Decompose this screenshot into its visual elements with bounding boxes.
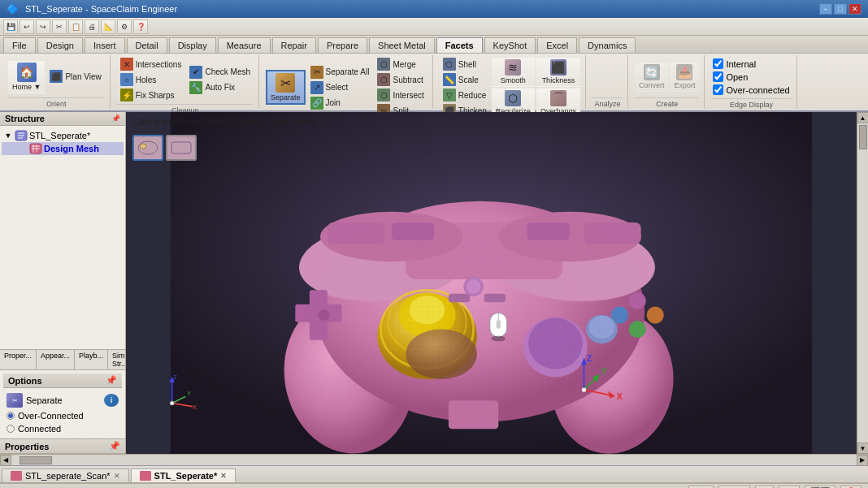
btn-export[interactable]: 📤 Export — [670, 62, 699, 92]
svg-rect-63 — [497, 320, 501, 329]
create-label: Create — [635, 97, 700, 109]
viewport[interactable]: Click a shell to separate it from the me… — [126, 112, 857, 454]
btn-intersect[interactable]: ⬡ Intersect — [374, 88, 427, 102]
overhangs-icon: ⌒ — [550, 90, 566, 106]
reduce-icon: ▽ — [443, 89, 456, 101]
horizontal-thumb[interactable] — [20, 456, 52, 464]
properties-pin[interactable]: 📌 — [109, 441, 120, 451]
minimize-button[interactable]: − — [819, 3, 832, 15]
qa-undo[interactable]: ↩ — [20, 19, 34, 34]
radio-connected[interactable] — [7, 425, 15, 433]
properties-header[interactable]: Properties 📌 — [0, 439, 125, 454]
qa-print[interactable]: 🖨 — [85, 19, 99, 34]
btn-merge[interactable]: ⬡ Merge — [374, 57, 427, 71]
maximize-button[interactable]: □ — [834, 3, 847, 15]
btn-scale[interactable]: 📏 Scale — [440, 72, 490, 87]
tab-repair[interactable]: Repair — [272, 37, 316, 53]
tab-measure[interactable]: Measure — [218, 37, 271, 53]
scene-view[interactable]: Z X Y — [126, 112, 857, 454]
qa-help[interactable]: ❓ — [133, 19, 148, 34]
scroll-right-arrow[interactable]: ▶ — [857, 455, 868, 466]
btn-separate-all[interactable]: ✂ Separate All — [307, 65, 373, 80]
left-panel: Structure 📌 ▼ STL_Seperate* — [0, 112, 126, 454]
options-panel: Options 📌 ✂ Separate i Over-Connected Co… — [0, 369, 125, 438]
thumb-perspective[interactable] — [132, 135, 163, 161]
btn-intersections[interactable]: ✕ Intersections — [117, 57, 185, 71]
btn-select[interactable]: ↗ Select — [307, 80, 373, 95]
btn-check-mesh[interactable]: ✔ Check Mesh — [186, 65, 254, 80]
tab-excel[interactable]: Excel — [537, 37, 577, 53]
qa-redo[interactable]: ↪ — [36, 19, 50, 34]
qa-save[interactable]: 💾 — [3, 19, 18, 34]
tab-scan-close[interactable]: ✕ — [114, 472, 120, 480]
scroll-left-arrow[interactable]: ◀ — [0, 455, 11, 466]
btn-shell[interactable]: ⬡ Shell — [440, 57, 490, 71]
structure-panel-header[interactable]: Structure 📌 — [0, 112, 125, 126]
option-connected[interactable]: Connected — [3, 422, 122, 435]
tab-playback[interactable]: Playb... — [75, 350, 108, 369]
ribbon-group-organize: ✂ Separate ✂ Separate All ↗ Select 🔗 Joi… — [261, 55, 433, 109]
ribbon-group-edge-display: Internal Open Over-connected Edge Displa… — [706, 55, 796, 109]
options-pin[interactable]: 📌 — [106, 375, 117, 386]
scroll-track[interactable] — [857, 123, 868, 443]
scale-icon: 📏 — [443, 73, 456, 86]
svg-point-36 — [647, 306, 664, 323]
btn-fix-sharps[interactable]: ⚡ Fix Sharps — [117, 88, 185, 102]
right-scrollbar[interactable]: ▲ ▼ — [857, 112, 868, 454]
tab-properties[interactable]: Proper... — [0, 350, 37, 369]
tab-dynamics[interactable]: Dynamics — [579, 37, 636, 53]
plan-view-icon: ⬛ — [50, 70, 63, 83]
qa-copy[interactable]: 📋 — [68, 19, 83, 34]
checkbox-internal[interactable]: Internal — [713, 58, 789, 69]
btn-thickness[interactable]: ⬛ Thickness — [536, 57, 580, 87]
tab-simulation[interactable]: Simulation Str... — [108, 350, 126, 369]
tree-item-design-mesh[interactable]: Design Mesh — [2, 142, 124, 155]
tab-stl-scan[interactable]: STL_seperate_Scan* ✕ — [2, 469, 129, 482]
tab-display[interactable]: Display — [169, 37, 216, 53]
tab-facets[interactable]: Facets — [436, 37, 483, 53]
tab-insert[interactable]: Insert — [85, 37, 125, 53]
btn-separate[interactable]: ✂ Separate — [266, 70, 306, 105]
smooth-icon: ≋ — [505, 59, 521, 76]
horizontal-track[interactable] — [11, 456, 857, 465]
qa-measure[interactable]: 📐 — [101, 19, 115, 34]
structure-pin[interactable]: 📌 — [111, 114, 120, 123]
scroll-down-arrow[interactable]: ▼ — [857, 443, 869, 454]
options-header[interactable]: Options 📌 — [3, 374, 122, 388]
tab-file[interactable]: File — [3, 37, 36, 53]
checkbox-over-connected[interactable]: Over-connected — [713, 84, 789, 95]
close-button[interactable]: ✕ — [848, 3, 861, 15]
scroll-thumb[interactable] — [859, 125, 867, 149]
btn-smooth[interactable]: ≋ Smooth — [492, 57, 535, 87]
qa-cut[interactable]: ✂ — [52, 19, 67, 34]
option-over-connected[interactable]: Over-Connected — [3, 409, 122, 422]
btn-home[interactable]: 🏠 Home ▼ — [8, 60, 45, 93]
radio-over-connected[interactable] — [7, 412, 15, 420]
tab-appearances[interactable]: Appear... — [37, 350, 75, 369]
app-icon: 🔷 — [7, 3, 19, 15]
btn-convert[interactable]: 🔄 Convert — [635, 62, 669, 92]
btn-reduce[interactable]: ▽ Reduce — [440, 88, 490, 102]
scroll-up-arrow[interactable]: ▲ — [857, 112, 869, 123]
btn-plan-view[interactable]: ⬛ Plan View — [46, 69, 104, 84]
thumb-top[interactable] — [166, 135, 197, 161]
tab-scan-icon — [11, 471, 22, 481]
ribbon-group-orient: 🏠 Home ▼ ⬛ Plan View Orient — [3, 55, 111, 109]
btn-join[interactable]: 🔗 Join — [307, 96, 373, 110]
btn-holes[interactable]: ○ Holes — [117, 72, 185, 87]
tab-design[interactable]: Design — [37, 37, 83, 53]
tab-keyshot[interactable]: KeyShot — [484, 37, 536, 53]
tab-sheetmetal[interactable]: Sheet Metal — [369, 37, 435, 53]
btn-auto-fix[interactable]: 🔧 Auto Fix — [186, 80, 254, 95]
tab-prepare[interactable]: Prepare — [318, 37, 367, 53]
checkbox-open[interactable]: Open — [713, 71, 789, 82]
separate-all-icon: ✂ — [310, 66, 323, 79]
tab-stl-separate[interactable]: STL_Seperate* ✕ — [131, 469, 237, 482]
qa-settings[interactable]: ⚙ — [117, 19, 132, 34]
btn-subtract[interactable]: ⬡ Subtract — [374, 72, 427, 87]
tree-item-stl-separate[interactable]: ▼ STL_Seperate* — [2, 129, 124, 142]
tab-separate-close[interactable]: ✕ — [220, 472, 227, 480]
ribbon-group-cleanup: ✕ Intersections ○ Holes ⚡ Fix Sharps ✔ — [112, 55, 259, 109]
tab-detail[interactable]: Detail — [127, 37, 167, 53]
select-icon: ↗ — [310, 81, 323, 94]
